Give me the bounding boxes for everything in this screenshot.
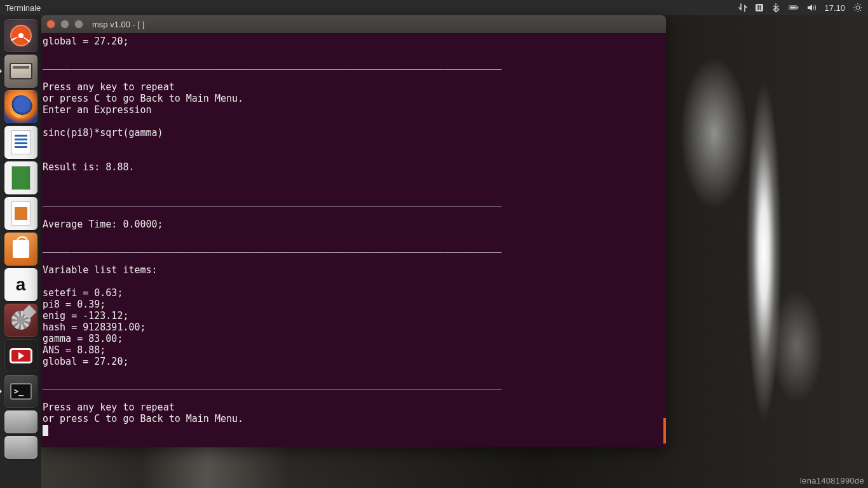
indicator-area: It 17.10 (738, 3, 863, 13)
launcher-calc[interactable] (4, 161, 37, 194)
calc-icon (11, 166, 31, 190)
active-app-title: Terminale (5, 3, 41, 13)
clock[interactable]: 17.10 (824, 3, 845, 13)
svg-point-3 (856, 6, 860, 10)
wallpaper-watermark: lena14081990de (800, 476, 864, 485)
launcher-files[interactable] (4, 55, 37, 88)
launcher-amazon[interactable]: a (4, 268, 37, 301)
scroll-indicator (663, 418, 666, 444)
ubuntu-logo-icon (10, 25, 32, 46)
terminal-icon: >_ (10, 383, 32, 400)
sound-icon[interactable] (806, 3, 817, 13)
launcher-software[interactable] (4, 233, 37, 266)
maximize-icon[interactable] (74, 20, 83, 29)
launcher-writer[interactable] (4, 126, 37, 159)
amazon-icon: a (16, 274, 26, 295)
battery-icon[interactable] (789, 3, 799, 13)
launcher-youtube[interactable] (4, 339, 37, 372)
terminal-output: global = 27.20; ________________________… (43, 36, 501, 424)
terminal-titlebar[interactable]: msp v1.00 - [ ] (41, 15, 666, 33)
launcher-firefox[interactable] (4, 90, 37, 123)
launcher-dash[interactable] (4, 19, 37, 52)
launcher-impress[interactable] (4, 197, 37, 230)
launcher-settings[interactable] (4, 304, 37, 337)
writer-icon (11, 130, 31, 154)
launcher-device-2[interactable] (4, 436, 37, 459)
bluetooth-icon[interactable] (771, 3, 781, 13)
close-icon[interactable] (46, 20, 55, 29)
unity-launcher: a >_ (0, 15, 41, 488)
minimize-icon[interactable] (60, 20, 69, 29)
terminal-title: msp v1.00 - [ ] (92, 20, 144, 29)
lightning-graphic (665, 15, 830, 488)
keyboard-layout-indicator[interactable]: It (756, 4, 764, 11)
launcher-device-1[interactable] (4, 410, 37, 433)
terminal-cursor (43, 425, 48, 436)
launcher-terminal[interactable]: >_ (4, 375, 37, 408)
firefox-icon (10, 95, 32, 118)
terminal-body[interactable]: global = 27.20; ________________________… (41, 33, 666, 447)
terminal-window: msp v1.00 - [ ] global = 27.20; ________… (41, 15, 666, 447)
wrench-gear-icon (11, 311, 31, 330)
svg-rect-1 (797, 6, 799, 8)
top-panel: Terminale It 17.10 (0, 0, 868, 15)
gear-icon[interactable] (853, 3, 863, 13)
network-icon[interactable] (738, 3, 748, 13)
files-icon (10, 63, 32, 79)
impress-icon (11, 201, 31, 226)
shopping-bag-icon (13, 240, 29, 258)
youtube-icon (10, 348, 32, 363)
svg-rect-2 (790, 6, 796, 8)
